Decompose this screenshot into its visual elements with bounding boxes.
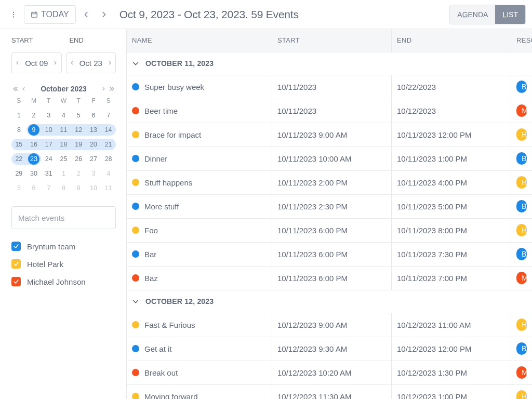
start-date-picker[interactable]: Oct 09: [11, 52, 62, 73]
minical-day[interactable]: 15: [11, 139, 26, 150]
table-row[interactable]: Moving forward10/12/2023 11:30 AM10/12/2…: [127, 385, 532, 399]
column-header-start[interactable]: START: [272, 29, 392, 52]
table-row[interactable]: Beer time10/11/202310/12/2023Michael Joh…: [127, 99, 532, 123]
column-header-end[interactable]: END: [392, 29, 511, 52]
chevron-left-icon[interactable]: [68, 59, 76, 67]
table-row[interactable]: More stuff10/11/2023 2:30 PM10/11/2023 5…: [127, 195, 532, 219]
next-year-button[interactable]: [108, 85, 116, 93]
chevron-left-icon[interactable]: [14, 59, 22, 67]
chevron-right-icon[interactable]: [105, 59, 114, 67]
minical-day[interactable]: 17: [41, 139, 56, 150]
event-color-dot: [132, 203, 139, 210]
minical-day[interactable]: 24: [41, 153, 56, 165]
minical-day[interactable]: 16: [26, 139, 42, 150]
table-row[interactable]: Foo10/11/2023 6:00 PM10/11/2023 8:00 PMH…: [127, 219, 532, 243]
resource-checkbox[interactable]: Hotel Park: [11, 259, 116, 269]
minical-day[interactable]: 8: [11, 124, 26, 136]
table-row[interactable]: Dinner10/11/2023 10:00 AM10/11/2023 1:00…: [127, 147, 532, 171]
minical-dow: T: [41, 97, 56, 107]
prev-month-button[interactable]: [20, 85, 28, 93]
minical-day[interactable]: 10: [86, 182, 101, 194]
minical-day[interactable]: 31: [41, 168, 56, 179]
agenda-view-button[interactable]: AGENDA: [450, 5, 495, 24]
today-button[interactable]: TODAY: [24, 5, 76, 24]
chevron-right-icon[interactable]: [51, 59, 59, 67]
prev-year-button[interactable]: [11, 85, 20, 93]
minical-day[interactable]: 5: [11, 182, 26, 194]
minical-day[interactable]: 30: [26, 168, 42, 179]
minical-title[interactable]: October 2023: [28, 85, 99, 93]
minical-day[interactable]: 21: [101, 139, 116, 150]
minical-day[interactable]: 29: [11, 168, 26, 179]
minical-day[interactable]: 25: [56, 153, 71, 165]
end-date-picker[interactable]: Oct 23: [66, 52, 116, 73]
minical-day[interactable]: 7: [41, 182, 56, 194]
minical-day[interactable]: 2: [71, 168, 86, 179]
minical-day[interactable]: 11: [101, 182, 116, 194]
minical-day[interactable]: 12: [71, 124, 86, 136]
minical-day[interactable]: 14: [101, 124, 116, 136]
minical-day[interactable]: 9: [71, 182, 86, 194]
event-name: Break out: [144, 368, 178, 377]
minical-day[interactable]: 13: [86, 124, 101, 136]
minical-day[interactable]: 1: [11, 110, 26, 121]
resource-pill: Michael Johnson: [516, 272, 527, 284]
minical-day[interactable]: 19: [71, 139, 86, 150]
event-name: Stuff happens: [144, 178, 192, 187]
event-name: Baz: [144, 274, 158, 283]
minical-day[interactable]: 26: [71, 153, 86, 165]
event-name: Bar: [144, 250, 156, 259]
group-header[interactable]: OCTOBER 11, 2023: [127, 52, 532, 75]
table-row[interactable]: Get at it10/12/2023 9:30 AM10/12/2023 12…: [127, 337, 532, 361]
next-month-button[interactable]: [99, 85, 108, 93]
minical-day[interactable]: 4: [101, 168, 116, 179]
minical-day[interactable]: 28: [101, 153, 116, 165]
minical-day[interactable]: 6: [26, 182, 42, 194]
resource-pill: Bryntum team: [516, 342, 527, 355]
grid-header: NAME START END RESOURCE: [127, 29, 532, 52]
table-row[interactable]: Fast & Furious10/12/2023 9:00 AM10/12/20…: [127, 313, 532, 337]
minical-day[interactable]: 5: [71, 110, 86, 121]
minical-dow: S: [11, 97, 26, 107]
next-button[interactable]: [97, 7, 111, 22]
column-header-resource[interactable]: RESOURCE: [511, 29, 532, 52]
column-header-name[interactable]: NAME: [127, 29, 272, 52]
end-label: END: [69, 36, 83, 44]
table-row[interactable]: Baz10/11/2023 6:00 PM10/11/2023 7:00 PMM…: [127, 267, 532, 290]
minical-day[interactable]: 4: [56, 110, 71, 121]
event-name: Beer time: [144, 107, 178, 115]
minical-day[interactable]: 1: [56, 168, 71, 179]
minical-day[interactable]: 11: [56, 124, 71, 136]
prev-button[interactable]: [79, 7, 94, 22]
group-title: OCTOBER 11, 2023: [145, 59, 214, 68]
minical-day[interactable]: 3: [86, 168, 101, 179]
minical-day[interactable]: 9: [26, 124, 42, 136]
minical-day[interactable]: 6: [86, 110, 101, 121]
resource-checkbox[interactable]: Bryntum team: [11, 242, 116, 251]
minical-day[interactable]: 23: [26, 153, 42, 165]
table-row[interactable]: Brace for impact10/11/2023 9:00 AM10/11/…: [127, 123, 532, 147]
table-row[interactable]: Break out10/12/2023 10:20 AM10/12/2023 1…: [127, 361, 532, 385]
minical-day[interactable]: 27: [86, 153, 101, 165]
table-row[interactable]: Stuff happens10/11/2023 2:00 PM10/11/202…: [127, 171, 532, 195]
table-row[interactable]: Bar10/11/2023 6:00 PM10/11/2023 7:30 PMB…: [127, 243, 532, 267]
resource-checkbox[interactable]: Michael Johnson: [11, 277, 116, 286]
cell-name: Stuff happens: [127, 171, 272, 194]
minical-day[interactable]: 3: [41, 110, 56, 121]
end-date-value: Oct 23: [79, 59, 102, 68]
group-header[interactable]: OCTOBER 12, 2023: [127, 290, 532, 313]
minical-day[interactable]: 22: [11, 153, 26, 165]
list-view-button[interactable]: LIST: [495, 5, 525, 24]
cell-start: 10/11/2023 9:00 AM: [272, 123, 392, 147]
cell-start: 10/12/2023 9:00 AM: [272, 313, 392, 337]
table-row[interactable]: Super busy week10/11/202310/22/2023Brynt…: [127, 75, 532, 99]
filter-input[interactable]: [11, 206, 116, 229]
minical-day[interactable]: 7: [101, 110, 116, 121]
menu-button[interactable]: [6, 7, 21, 22]
minical-day[interactable]: 10: [41, 124, 56, 136]
event-name: Super busy week: [144, 83, 204, 91]
minical-day[interactable]: 20: [86, 139, 101, 150]
minical-day[interactable]: 8: [56, 182, 71, 194]
minical-day[interactable]: 2: [26, 110, 42, 121]
minical-day[interactable]: 18: [56, 139, 71, 150]
